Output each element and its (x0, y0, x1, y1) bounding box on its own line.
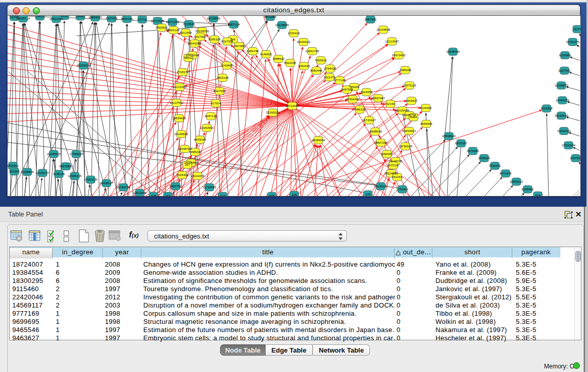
svg-text:9084067: 9084067 (381, 152, 393, 156)
svg-text:9474444: 9474444 (467, 149, 479, 152)
svg-text:8990448: 8990448 (310, 69, 322, 72)
svg-text:16154838: 16154838 (377, 28, 390, 31)
svg-text:18807299: 18807299 (374, 141, 388, 144)
svg-text:15720407: 15720407 (362, 119, 376, 122)
svg-text:12444153: 12444153 (556, 99, 570, 102)
svg-text:18724007: 18724007 (286, 104, 299, 107)
svg-text:174: 174 (365, 193, 371, 196)
svg-text:6497568: 6497568 (341, 88, 353, 91)
svg-text:9457791: 9457791 (169, 185, 182, 188)
svg-text:2803144: 2803144 (216, 76, 229, 79)
svg-text:10961758: 10961758 (306, 50, 319, 53)
svg-text:15751074: 15751074 (566, 40, 580, 43)
svg-text:1167533: 1167533 (570, 157, 581, 160)
svg-text:117: 117 (220, 194, 225, 196)
svg-text:16210643: 16210643 (555, 114, 569, 117)
svg-text:9115460: 9115460 (420, 106, 432, 110)
svg-text:17010504: 17010504 (562, 144, 576, 147)
svg-text:18938924: 18938924 (442, 135, 456, 138)
svg-text:9146821: 9146821 (260, 53, 272, 56)
svg-text:19166829: 19166829 (175, 133, 188, 136)
svg-text:2718176: 2718176 (177, 71, 189, 74)
svg-text:8471676: 8471676 (499, 172, 512, 175)
svg-text:12353594: 12353594 (200, 126, 214, 129)
svg-text:13716485: 13716485 (203, 186, 216, 189)
svg-text:7515546: 7515546 (183, 23, 195, 26)
svg-text:7663822: 7663822 (156, 26, 168, 29)
svg-text:9242848: 9242848 (221, 64, 233, 67)
svg-text:17359924: 17359924 (70, 152, 83, 156)
svg-text:12823446: 12823446 (133, 191, 147, 194)
svg-text:7857224: 7857224 (228, 23, 240, 26)
svg-text:908: 908 (269, 194, 275, 196)
svg-text:7986322: 7986322 (354, 108, 366, 111)
svg-text:23226055: 23226055 (195, 30, 209, 33)
svg-text:8322035: 8322035 (284, 61, 296, 64)
svg-text:10025458: 10025458 (396, 109, 409, 112)
svg-text:8267130: 8267130 (205, 115, 217, 118)
svg-text:10712: 10712 (138, 18, 147, 21)
svg-text:14055714: 14055714 (16, 17, 30, 20)
svg-text:20206515: 20206515 (47, 152, 61, 156)
svg-text:11174: 11174 (573, 28, 581, 31)
svg-text:19384554: 19384554 (312, 139, 325, 142)
svg-text:6794028: 6794028 (324, 67, 336, 70)
svg-text:16033809: 16033809 (207, 17, 221, 20)
svg-text:19218586: 19218586 (275, 24, 289, 27)
svg-text:4498222: 4498222 (189, 150, 201, 154)
svg-text:1588520: 1588520 (272, 57, 285, 60)
svg-text:10807487: 10807487 (372, 97, 385, 100)
svg-text:252254: 252254 (392, 176, 403, 179)
svg-text:19654925: 19654925 (172, 117, 186, 120)
svg-text:10719185: 10719185 (151, 19, 165, 23)
svg-text:20433: 20433 (36, 16, 45, 18)
svg-text:9245652: 9245652 (521, 188, 534, 191)
svg-text:10958127: 10958127 (100, 182, 114, 185)
svg-text:98901: 98901 (184, 56, 193, 59)
svg-text:267: 267 (185, 163, 190, 166)
svg-text:1145194: 1145194 (53, 172, 66, 176)
svg-text:12942737: 12942737 (36, 171, 50, 174)
svg-text:9862: 9862 (61, 16, 68, 17)
svg-text:18524851: 18524851 (384, 172, 398, 175)
svg-text:8186328: 8186328 (208, 38, 221, 41)
svg-text:9327500: 9327500 (194, 35, 206, 38)
svg-text:8878334: 8878334 (194, 138, 206, 141)
svg-text:16648784: 16648784 (446, 50, 460, 53)
svg-text:8454749: 8454749 (247, 50, 259, 53)
svg-text:10973493: 10973493 (392, 54, 406, 57)
svg-text:16543382: 16543382 (188, 42, 202, 45)
svg-text:62160: 62160 (386, 102, 395, 105)
svg-text:12213967: 12213967 (385, 40, 399, 43)
svg-text:16107552: 16107552 (170, 101, 184, 104)
svg-text:2967608: 2967608 (233, 45, 245, 48)
svg-text:7625402: 7625402 (176, 173, 188, 177)
svg-text:8912954: 8912954 (180, 31, 192, 34)
svg-text:2935114: 2935114 (478, 157, 491, 160)
svg-text:11156829: 11156829 (20, 170, 34, 173)
svg-text:1325419: 1325419 (288, 32, 300, 35)
svg-text:19756928: 19756928 (399, 145, 412, 148)
svg-text:6879197: 6879197 (455, 142, 467, 145)
svg-text:8660124: 8660124 (167, 29, 180, 32)
svg-text:1733426: 1733426 (396, 188, 408, 191)
svg-text:1527602: 1527602 (105, 17, 118, 20)
svg-text:12093872: 12093872 (555, 84, 569, 87)
svg-text:8813054: 8813054 (264, 16, 276, 18)
svg-text:9329966: 9329966 (559, 54, 571, 57)
svg-text:7632621: 7632621 (489, 164, 501, 167)
svg-text:15692901: 15692901 (557, 129, 571, 133)
svg-text:25300203: 25300203 (266, 111, 280, 114)
svg-text:14136141: 14136141 (374, 185, 388, 188)
svg-text:1435061: 1435061 (8, 164, 19, 167)
svg-text:917004: 917004 (211, 102, 222, 105)
svg-text:7955812: 7955812 (315, 59, 327, 62)
svg-text:8427552: 8427552 (213, 90, 226, 93)
svg-text:19654923: 19654923 (402, 129, 416, 133)
svg-text:12975115: 12975115 (403, 84, 417, 87)
svg-text:7485063: 7485063 (399, 69, 411, 72)
svg-text:1362615: 1362615 (298, 64, 310, 68)
svg-text:10654112: 10654112 (510, 180, 524, 183)
svg-text:17957225: 17957225 (84, 178, 98, 181)
svg-text:9227342: 9227342 (558, 69, 571, 72)
